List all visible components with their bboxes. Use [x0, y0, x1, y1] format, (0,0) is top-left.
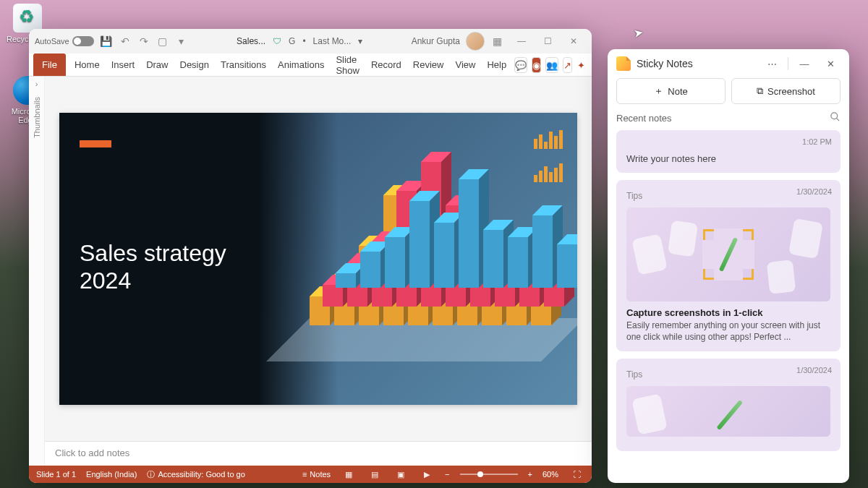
note-thumbnail	[626, 207, 830, 301]
status-bar: Slide 1 of 1 English (India) ⓘ Accessibi…	[29, 466, 592, 483]
toggle-pill[interactable]	[72, 36, 94, 46]
note-body: Write your notes here	[626, 153, 830, 164]
svg-line-1	[836, 118, 839, 121]
fit-window-icon[interactable]: ⛶	[569, 468, 584, 480]
autosave-toggle[interactable]: AutoSave	[35, 36, 94, 46]
slide-accent-bar	[80, 140, 111, 147]
chart-bar	[336, 273, 356, 288]
slideshow-view-icon[interactable]: ▶	[419, 468, 435, 480]
reading-view-icon[interactable]: ▣	[393, 468, 409, 480]
tab-record[interactable]: Record	[365, 53, 407, 76]
tab-help[interactable]: Help	[481, 53, 512, 76]
slide-title[interactable]: Sales strategy 2024	[80, 239, 226, 295]
notes-placeholder: Click to add notes	[55, 448, 129, 458]
teams-button[interactable]: 👥	[545, 57, 558, 73]
chart-bar	[434, 223, 454, 288]
sorter-view-icon[interactable]: ▤	[367, 468, 383, 480]
slide[interactable]: Sales strategy 2024	[59, 113, 577, 405]
new-note-button[interactable]: ＋ Note	[616, 78, 726, 104]
thumbnail-rail[interactable]: › Thumbnails	[29, 77, 45, 466]
notes-pane[interactable]: Click to add notes	[45, 441, 592, 466]
chart-bar	[557, 244, 577, 288]
close-button[interactable]: ✕	[820, 53, 841, 74]
screenshot-button[interactable]: ⧉ Screenshot	[731, 78, 841, 104]
chart-bar	[483, 230, 503, 288]
note-tag: Tips	[626, 191, 642, 201]
sticky-title: Sticky Notes	[637, 58, 693, 69]
undo-icon[interactable]: ↶	[119, 35, 132, 48]
chart-bar	[385, 237, 405, 288]
share-button[interactable]: ↗	[563, 57, 572, 73]
copilot-button[interactable]: ✦	[576, 57, 585, 73]
zoom-out-icon[interactable]: −	[445, 470, 449, 479]
tab-insert[interactable]: Insert	[106, 53, 141, 76]
svg-point-0	[831, 113, 838, 119]
record-button[interactable]: ◉	[532, 57, 541, 73]
shield-icon: 🛡	[273, 36, 281, 46]
tab-slideshow[interactable]: Slide Show	[330, 53, 365, 76]
accessibility-status[interactable]: ⓘ Accessibility: Good to go	[147, 469, 244, 480]
save-icon[interactable]: 💾	[100, 35, 113, 48]
user-name: Ankur Gupta	[412, 36, 460, 46]
note-desc: Easily remember anything on your screen …	[626, 320, 830, 343]
more-button[interactable]: ⋯	[762, 53, 782, 74]
tab-animations[interactable]: Animations	[272, 53, 330, 76]
sticky-header[interactable]: Sticky Notes ⋯ — ✕	[608, 49, 849, 78]
person-icon: ⓘ	[147, 469, 155, 480]
cloud-icon: G	[289, 36, 295, 46]
note-time: 1/30/2024	[796, 187, 832, 196]
slide-canvas[interactable]: Sales strategy 2024	[45, 77, 592, 441]
notes-icon: ≡	[302, 470, 307, 479]
note-card[interactable]: Tips 1/30/2024	[616, 359, 841, 451]
zoom-level[interactable]: 60%	[542, 470, 558, 479]
qat-more-icon[interactable]: ▾	[175, 35, 188, 48]
ribbon-mode-icon[interactable]: ▦	[490, 35, 503, 48]
tab-transitions[interactable]: Transitions	[215, 53, 272, 76]
plus-icon: ＋	[654, 85, 663, 98]
recent-notes-label: Recent notes	[616, 113, 672, 124]
cursor-icon: ➤	[632, 25, 644, 40]
note-card[interactable]: Tips 1/30/2024 Capture screenshots in 1-…	[616, 180, 841, 351]
tab-home[interactable]: Home	[69, 53, 106, 76]
comments-button[interactable]: 💬	[514, 57, 527, 73]
slideshow-icon[interactable]: ▢	[156, 35, 169, 48]
note-tag: Tips	[626, 369, 642, 380]
language-status[interactable]: English (India)	[86, 470, 137, 479]
tab-design[interactable]: Design	[174, 53, 215, 76]
minimize-button[interactable]: —	[794, 53, 814, 74]
dropdown-icon[interactable]: ▾	[358, 36, 362, 46]
screenshot-icon: ⧉	[757, 85, 763, 97]
avatar[interactable]	[466, 32, 485, 51]
titlebar[interactable]: AutoSave 💾 ↶ ↷ ▢ ▾ Sales... 🛡 G • Last M…	[29, 29, 592, 53]
chart-bar	[323, 285, 343, 307]
maximize-button[interactable]: ☐	[535, 33, 560, 50]
chevron-right-icon[interactable]: ›	[35, 80, 38, 88]
note-time: 1/30/2024	[796, 366, 832, 374]
doc-name[interactable]: Sales...	[237, 36, 265, 46]
close-button[interactable]: ✕	[561, 33, 586, 50]
tab-view[interactable]: View	[449, 53, 481, 76]
chart-bar	[360, 252, 380, 288]
minimize-button[interactable]: —	[509, 33, 534, 50]
tab-file[interactable]: File	[33, 53, 66, 76]
tab-review[interactable]: Review	[407, 53, 450, 76]
thumbnails-label: Thumbnails	[33, 97, 41, 138]
zoom-in-icon[interactable]: +	[528, 470, 532, 479]
saved-status: Last Mo...	[313, 36, 352, 46]
normal-view-icon[interactable]: ▦	[341, 468, 357, 480]
note-thumbnail	[626, 386, 830, 437]
ribbon: File Home Insert Draw Design Transitions…	[29, 53, 592, 77]
tab-draw[interactable]: Draw	[140, 53, 174, 76]
chart-bar	[508, 237, 528, 288]
redo-icon[interactable]: ↷	[137, 35, 150, 48]
zoom-slider[interactable]	[460, 474, 518, 475]
chart-bar	[409, 201, 430, 288]
chart-bar	[459, 179, 479, 288]
note-time: 1:02 PM	[802, 137, 832, 146]
notes-list[interactable]: 1:02 PM Write your notes here Tips 1/30/…	[608, 130, 849, 483]
notes-toggle[interactable]: ≡ Notes	[302, 470, 331, 479]
sticky-notes-icon	[616, 56, 631, 71]
search-icon[interactable]	[830, 111, 841, 124]
note-card[interactable]: 1:02 PM Write your notes here	[616, 130, 841, 173]
slide-counter[interactable]: Slide 1 of 1	[36, 470, 76, 479]
